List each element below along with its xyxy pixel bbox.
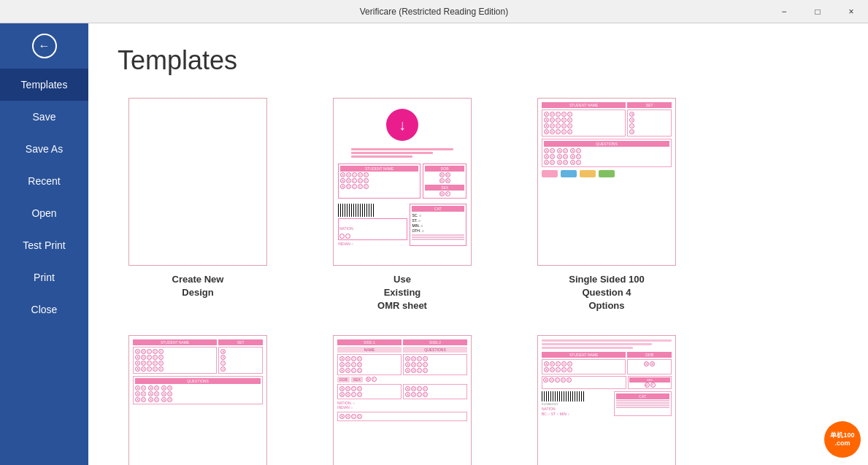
bubble: B xyxy=(346,184,351,189)
line-2 xyxy=(351,152,434,154)
qr3: A B xyxy=(544,160,555,165)
b: F xyxy=(650,383,656,388)
b: D xyxy=(220,366,226,372)
more-bubbles: ABCD ABCD ABCD ABCD xyxy=(337,384,467,399)
b: E xyxy=(567,361,572,366)
sex-header: SEX xyxy=(425,185,464,191)
b: E xyxy=(158,361,164,366)
b: C xyxy=(556,112,561,117)
b: A xyxy=(405,392,410,397)
b: A xyxy=(339,356,345,361)
sidebar-item-print[interactable]: Print xyxy=(0,261,88,293)
combo-name-dob-b: ABCDE ABCDE MM xyxy=(542,359,672,374)
sidebar-item-recent[interactable]: Recent xyxy=(0,165,88,197)
b: A xyxy=(544,160,549,165)
b: M xyxy=(645,383,650,388)
b: D xyxy=(357,392,362,397)
cl3 xyxy=(542,347,633,349)
bubble: D xyxy=(358,178,363,183)
b: C xyxy=(629,123,634,128)
b: A xyxy=(135,385,140,391)
close-window-button[interactable]: × xyxy=(834,0,868,23)
b: B xyxy=(550,129,555,134)
nation-label: NATION. xyxy=(339,226,354,231)
bubble: C xyxy=(352,172,357,177)
nr4: A B C D E xyxy=(544,129,623,134)
watermark-text: 单机100.com xyxy=(830,431,854,447)
cat-header: CAT. xyxy=(412,206,464,212)
bubble: M xyxy=(439,172,445,177)
r21-name-b: ABCDE ABCDE ABCDE ABCDE xyxy=(133,347,217,374)
sidebar-item-save-as[interactable]: Save As xyxy=(0,133,88,165)
template-create-new[interactable]: Create NewDesign xyxy=(118,98,278,313)
b: C xyxy=(556,367,561,372)
single100-content: STUDENT NAME SET A B C xyxy=(538,99,675,181)
b: A xyxy=(544,361,549,366)
r21-q-cols: AB AB AB AB AB AB AB xyxy=(135,385,261,402)
swatch-blue xyxy=(561,170,577,177)
b: D xyxy=(561,118,566,123)
b: E xyxy=(567,129,572,134)
sidebar-item-close[interactable]: Close xyxy=(0,293,88,326)
student-name-section: STUDENT NAME A B C D E xyxy=(338,164,420,199)
indian-label: INDIAN ○ xyxy=(338,242,407,246)
combo-lines xyxy=(542,339,672,349)
cat-oth: OTH. ○ xyxy=(412,228,464,233)
b: B xyxy=(563,160,568,165)
b: B xyxy=(345,414,350,419)
b: D xyxy=(423,368,428,373)
b: C xyxy=(351,356,356,361)
bubble: M xyxy=(445,172,450,177)
qr1: A E xyxy=(570,148,581,153)
bubble: E xyxy=(364,172,369,177)
template-row2-1[interactable]: STUDENT NAME SET ABCDE ABCDE xyxy=(118,335,278,465)
nation-section: NATION. xyxy=(338,218,407,240)
minimize-button[interactable]: − xyxy=(767,0,801,23)
b: C xyxy=(556,118,561,123)
b: B xyxy=(411,362,416,367)
restore-button[interactable]: □ xyxy=(801,0,834,23)
b: D xyxy=(561,361,566,366)
template-card-combo: STUDENT NAME DOB ABCDE ABCDE xyxy=(537,335,676,465)
template-combo[interactable]: STUDENT NAME DOB ABCDE ABCDE xyxy=(526,335,687,465)
name-dob-row: STUDENT NAME A B C D E xyxy=(338,164,466,199)
dob-row-2: M M xyxy=(425,178,464,183)
b: C xyxy=(417,392,422,397)
template-label-single100: Single Sided 100Question 4Options xyxy=(569,273,644,313)
barcode xyxy=(338,204,375,217)
template-double-sided[interactable]: SIDE-1 SIDE-2 NAME QUESTIONS A xyxy=(322,335,483,465)
b: A xyxy=(339,392,345,397)
side2-header: SIDE-2 xyxy=(403,339,467,345)
line-3 xyxy=(351,155,412,158)
b: D xyxy=(423,356,428,361)
questions-section: QUESTIONS A B A xyxy=(542,139,672,167)
sidebar-item-test-print[interactable]: Test Print xyxy=(0,229,88,261)
b: B xyxy=(550,367,555,372)
download-icon: ↓ xyxy=(386,109,418,141)
cat-line xyxy=(412,239,464,240)
qr1: A B xyxy=(544,148,555,153)
combo-sex-row: ABCDE SEX MF xyxy=(542,376,672,389)
template-card-row2-1: STUDENT NAME SET ABCDE ABCDE xyxy=(128,335,267,465)
b: B xyxy=(141,355,146,360)
set-cols: A B C D xyxy=(629,112,669,134)
template-existing-omr[interactable]: ↓ STUDENT NAME xyxy=(322,98,483,313)
student-name-header: STUDENT NAME xyxy=(340,166,418,172)
b: B xyxy=(154,385,159,391)
barcode-num: 0123864321 xyxy=(542,402,612,406)
b: C xyxy=(556,129,561,134)
b: A xyxy=(544,118,549,123)
bubble: M xyxy=(445,178,450,183)
omr-sheet-existing: ↓ STUDENT NAME xyxy=(334,99,471,265)
decorative-lines xyxy=(351,148,454,158)
sidebar-item-save[interactable]: Save xyxy=(0,101,88,133)
template-single100[interactable]: STUDENT NAME SET A B C xyxy=(526,98,687,313)
bubble xyxy=(339,234,345,239)
b: A xyxy=(339,414,345,419)
sidebar-item-open[interactable]: Open xyxy=(0,197,88,229)
sidebar-item-templates[interactable]: Templates xyxy=(0,69,88,101)
b: C xyxy=(147,366,152,372)
back-button[interactable]: ← xyxy=(0,23,88,69)
r21-set-hdr: SET xyxy=(218,339,263,345)
s100-set-header: SET xyxy=(627,102,672,108)
